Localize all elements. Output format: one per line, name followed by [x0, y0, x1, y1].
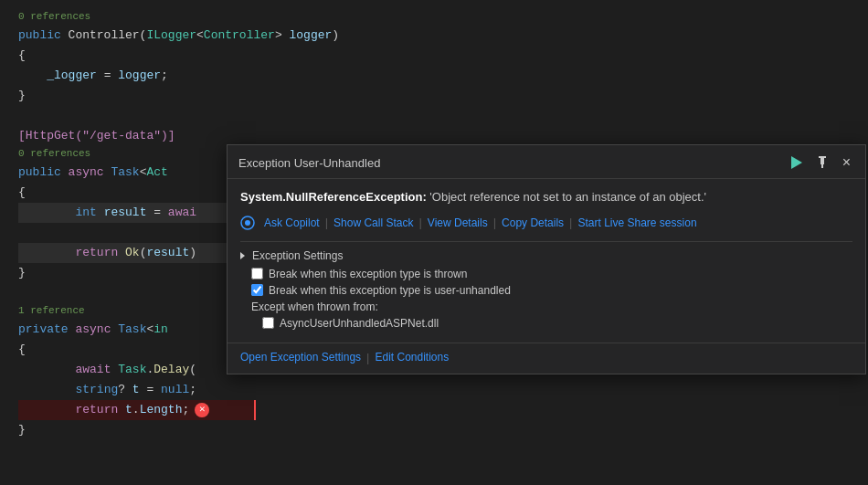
exception-settings: Exception Settings Break when this excep… [240, 241, 852, 330]
code-line-brace6: } [18, 420, 868, 440]
exception-message: System.NullReferenceException: 'Object r… [240, 188, 852, 206]
exception-desc: 'Object reference not set to an instance… [427, 190, 706, 204]
dialog-links: Ask Copilot | Show Call Stack | View Det… [240, 216, 852, 230]
dialog-header: Exception User-Unhandled × [228, 145, 865, 179]
settings-header: Exception Settings [240, 249, 852, 262]
sep1: | [323, 216, 330, 229]
code-line-result: int result = awai [18, 203, 256, 223]
svg-rect-3 [821, 164, 823, 168]
async-dll-row: AsyncUserUnhandledASPNet.dll [240, 317, 852, 330]
async-dll-label: AsyncUserUnhandledASPNet.dll [280, 317, 439, 330]
svg-rect-1 [819, 156, 826, 158]
async-dll-checkbox[interactable] [262, 317, 274, 329]
sep2: | [417, 216, 423, 229]
play-button[interactable] [788, 154, 806, 171]
code-line-attr: [HttpGet("/get-data")] [18, 126, 868, 146]
break-thrown-row: Break when this exception type is thrown [240, 268, 852, 280]
exception-dialog: Exception User-Unhandled × System.NullRe… [227, 144, 866, 374]
sep4: | [567, 216, 574, 229]
expand-triangle [240, 252, 245, 259]
ask-copilot-link[interactable]: Ask Copilot [260, 216, 323, 229]
code-line-blank1 [18, 106, 868, 126]
settings-title: Exception Settings [252, 249, 343, 262]
copy-details-link[interactable]: Copy Details [498, 216, 567, 229]
copilot-icon [240, 216, 255, 230]
exception-type: System.NullReferenceException: [240, 190, 427, 204]
kw: public [18, 26, 69, 46]
pin-button[interactable] [813, 154, 831, 171]
footer-sep: | [361, 351, 375, 364]
dialog-title: Exception User-Unhandled [238, 156, 380, 170]
code-line-error: return t.Length; ✕ [18, 400, 256, 420]
code-line-string-t: string? t = null; [18, 380, 868, 400]
code-line-logger: _logger = logger; [18, 66, 868, 86]
break-unhandled-label: Break when this exception type is user-u… [269, 284, 511, 297]
ref-label-1: 0 references [18, 9, 868, 26]
dialog-body: System.NullReferenceException: 'Object r… [228, 179, 865, 343]
code-line-brace1: { [18, 46, 868, 66]
view-details-link[interactable]: View Details [424, 216, 492, 229]
dialog-footer: Open Exception Settings | Edit Condition… [228, 343, 865, 374]
code-line-brace2: } [18, 86, 868, 106]
show-call-stack-link[interactable]: Show Call Stack [330, 216, 417, 229]
code-line-return-ok: return Ok(result) [18, 243, 256, 263]
break-unhandled-checkbox[interactable] [251, 284, 263, 296]
svg-rect-2 [820, 158, 824, 164]
svg-marker-0 [791, 156, 802, 169]
except-when-label: Except when thrown from: [240, 300, 852, 313]
dialog-controls: × [788, 153, 854, 173]
start-live-share-link[interactable]: Start Live Share session [574, 216, 700, 229]
break-thrown-checkbox[interactable] [251, 268, 263, 279]
sep3: | [492, 216, 498, 229]
close-button[interactable]: × [839, 153, 854, 173]
break-thrown-label: Break when this exception type is thrown [269, 268, 467, 280]
break-unhandled-row: Break when this exception type is user-u… [240, 284, 852, 297]
code-line-constructor: public Controller(ILogger<Controller> lo… [18, 26, 868, 46]
open-exception-settings-link[interactable]: Open Exception Settings [240, 351, 361, 364]
edit-conditions-link[interactable]: Edit Conditions [375, 351, 449, 364]
svg-point-5 [245, 220, 250, 226]
error-indicator: ✕ [195, 403, 209, 417]
